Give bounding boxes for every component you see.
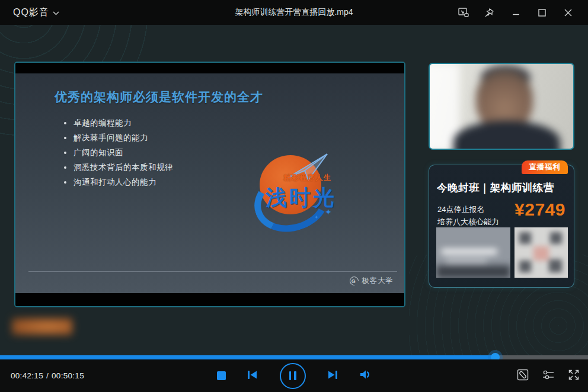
app-name: QQ影音 bbox=[13, 7, 49, 19]
current-time: 00:42:15 bbox=[11, 371, 43, 380]
slide-bullet: 卓越的编程能力 bbox=[64, 118, 173, 128]
presenter-webcam-video bbox=[429, 63, 574, 150]
promo-info: 24点停止报名 培养八大核心能力 bbox=[437, 203, 499, 228]
time-display: 00:42:15 / 00:50:15 bbox=[11, 359, 84, 392]
chevron-down-icon bbox=[53, 7, 59, 18]
previous-icon bbox=[247, 370, 258, 382]
sparkle-icon: ✦ bbox=[325, 207, 332, 217]
time-separator: / bbox=[46, 371, 49, 380]
close-icon bbox=[564, 9, 572, 17]
promo-title: 今晚封班｜架构师训练营 bbox=[437, 181, 568, 195]
pause-button[interactable] bbox=[280, 363, 306, 389]
promo-price: ¥2749 bbox=[514, 200, 565, 220]
blurred-overlay-chip bbox=[12, 318, 72, 335]
maximize-button[interactable] bbox=[529, 0, 555, 25]
next-icon bbox=[327, 370, 338, 382]
promo-card: 直播福利 今晚封班｜架构师训练营 24点停止报名 培养八大核心能力 ¥2749 bbox=[429, 165, 574, 288]
pause-icon bbox=[294, 371, 296, 380]
watermark-tagline: 精彩程序人生 bbox=[283, 173, 331, 183]
pin-on-top-button[interactable] bbox=[477, 0, 503, 25]
minimize-button[interactable] bbox=[503, 0, 529, 25]
utility-controls bbox=[517, 359, 580, 392]
slide-content: 优秀的架构师必须是软件开发的全才 卓越的编程能力 解决棘手问题的能力 广阔的知识… bbox=[15, 73, 404, 293]
titlebar: QQ影音 架构师训练营开营直播回放.mp4 bbox=[0, 0, 588, 25]
letterbox-bottom bbox=[15, 293, 404, 306]
slide-bullet: 沟通和打动人心的能力 bbox=[64, 178, 173, 187]
volume-button[interactable] bbox=[359, 369, 371, 382]
toolbox-button[interactable] bbox=[517, 369, 529, 383]
settings-sliders-icon bbox=[542, 369, 555, 383]
stop-button[interactable] bbox=[217, 371, 226, 380]
seek-bar[interactable] bbox=[0, 355, 588, 359]
promo-badge: 直播福利 bbox=[522, 160, 568, 174]
settings-button[interactable] bbox=[542, 369, 555, 383]
promo-images bbox=[436, 227, 568, 278]
letterbox-top bbox=[15, 63, 404, 73]
close-button[interactable] bbox=[555, 0, 581, 25]
slide-bullet-list: 卓越的编程能力 解决棘手问题的能力 广阔的知识面 洞悉技术背后的本质和规律 沟通… bbox=[64, 118, 173, 192]
promo-benefit: 培养八大核心能力 bbox=[437, 216, 499, 228]
promo-blurred-banner-image bbox=[436, 227, 510, 278]
pin-icon bbox=[484, 7, 495, 18]
next-button[interactable] bbox=[327, 370, 338, 382]
previous-button[interactable] bbox=[247, 370, 258, 382]
fullscreen-button[interactable] bbox=[568, 369, 580, 383]
slide-brand-text: 极客大学 bbox=[362, 276, 394, 286]
toolbox-wrench-icon bbox=[517, 369, 529, 383]
geek-university-logo-icon: G bbox=[348, 275, 360, 287]
slide-brand: G 极客大学 bbox=[350, 276, 394, 286]
window-controls bbox=[450, 0, 581, 25]
webcam-blurred-person bbox=[430, 64, 573, 149]
slide-bullet: 解决棘手问题的能力 bbox=[64, 133, 173, 143]
promo-blurred-qr-code-image bbox=[514, 227, 568, 278]
qq-player-window: QQ影音 架构师训练营开营直播回放.mp4 bbox=[0, 0, 588, 392]
slide-title: 优秀的架构师必须是软件开发的全才 bbox=[55, 89, 263, 105]
mini-mode-icon bbox=[458, 8, 469, 17]
fullscreen-icon bbox=[568, 369, 580, 383]
stop-icon bbox=[217, 371, 226, 380]
mini-mode-button[interactable] bbox=[450, 0, 477, 25]
total-duration: 00:50:15 bbox=[52, 371, 84, 380]
watermark-logo: 精彩程序人生 浅时光 ✦ ✦ bbox=[255, 155, 337, 232]
progress-fill bbox=[0, 355, 495, 359]
center-controls bbox=[217, 359, 371, 392]
volume-icon bbox=[359, 369, 371, 382]
video-display-area[interactable]: 优秀的架构师必须是软件开发的全才 卓越的编程能力 解决棘手问题的能力 广阔的知识… bbox=[14, 62, 405, 307]
maximize-icon bbox=[538, 9, 546, 17]
slide-bullet: 洞悉技术背后的本质和规律 bbox=[64, 163, 173, 172]
slide-bullet: 广阔的知识面 bbox=[64, 148, 173, 158]
minimize-icon bbox=[512, 9, 520, 17]
slide-footer-divider bbox=[28, 271, 397, 272]
promo-deadline: 24点停止报名 bbox=[437, 203, 499, 216]
playback-control-bar: 00:42:15 / 00:50:15 bbox=[0, 359, 588, 392]
sparkle-icon: ✦ bbox=[314, 214, 319, 220]
pause-icon bbox=[289, 371, 292, 380]
app-menu[interactable]: QQ影音 bbox=[13, 0, 59, 25]
